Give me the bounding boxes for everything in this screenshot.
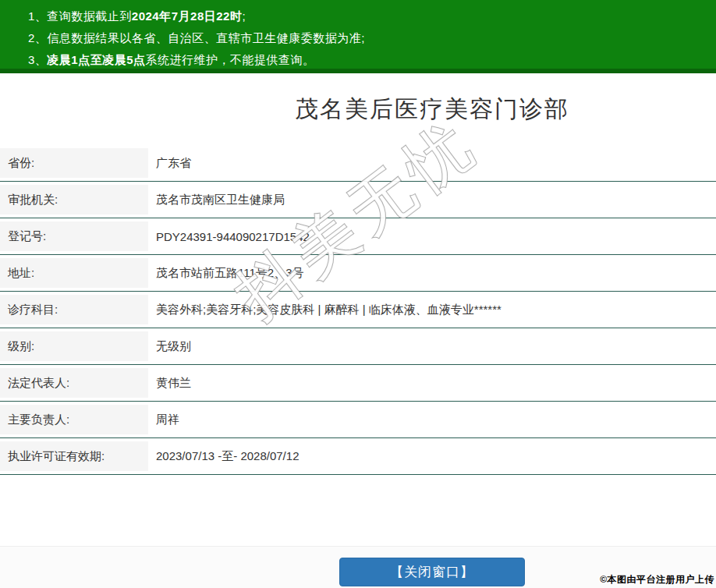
row-value: 茂名市站前五路111号2、3号 (148, 258, 716, 288)
content-spacer (0, 475, 716, 546)
row-label: 审批机关: (0, 185, 148, 214)
notice-text: ; (242, 9, 246, 23)
table-row-legal-representative: 法定代表人: 黄伟兰 (0, 365, 716, 402)
table-row-medical-subjects: 诊疗科目: 美容外科;美容牙科;美容皮肤科 | 麻醉科 | 临床体液、血液专业*… (0, 292, 716, 328)
row-value: 广东省 (148, 148, 716, 178)
notice-number: 3、 (28, 53, 47, 66)
row-value: 周祥 (148, 405, 716, 434)
institution-info-table: 省份: 广东省 审批机关: 茂名市茂南区卫生健康局 登记号: PDY24391-… (0, 145, 716, 475)
row-value: 茂名市茂南区卫生健康局 (148, 185, 716, 214)
table-row-address: 地址: 茂名市站前五路111号2、3号 (0, 255, 716, 292)
table-row-province: 省份: 广东省 (0, 145, 716, 182)
row-label: 地址: (0, 258, 148, 288)
notice-line-2: 2、信息数据结果以各省、自治区、直辖市卫生健康委数据为准; (28, 29, 700, 48)
title-section: 茂名美后医疗美容门诊部 (0, 73, 716, 145)
row-label: 诊疗科目: (0, 295, 148, 324)
row-label: 主要负责人: (0, 405, 148, 434)
notice-banner: 1、查询数据截止到2024年7月28日22时; 2、信息数据结果以各省、自治区、… (0, 0, 716, 69)
row-value: 无级别 (148, 331, 716, 361)
row-label: 登记号: (0, 221, 148, 251)
close-window-button[interactable]: 【关闭窗口】 (339, 558, 525, 586)
copyright-watermark: ©本图由平台注册用户上传 (600, 573, 714, 586)
table-row-approval-authority: 审批机关: 茂名市茂南区卫生健康局 (0, 182, 716, 218)
notice-number: 2、 (28, 31, 47, 44)
notice-line-3: 3、凌晨1点至凌晨5点系统进行维护，不能提供查询。 (28, 51, 700, 69)
notice-text: 信息数据结果以各省、自治区、直辖市卫生健康委数据为准; (47, 31, 365, 44)
row-value: 美容外科;美容牙科;美容皮肤科 | 麻醉科 | 临床体液、血液专业****** (148, 295, 716, 324)
page-title: 茂名美后医疗美容门诊部 (295, 94, 569, 126)
notice-text-bold: 凌晨1点至凌晨5点 (47, 53, 145, 66)
row-value: PDY24391-944090217D1542 (148, 221, 716, 251)
notice-number: 1、 (28, 9, 47, 23)
table-row-license-validity: 执业许可证有效期: 2023/07/13 -至- 2028/07/12 (0, 438, 716, 475)
notice-line-1: 1、查询数据截止到2024年7月28日22时; (28, 7, 700, 26)
notice-text: 查询数据截止到 (47, 9, 132, 23)
row-value: 黄伟兰 (148, 368, 716, 398)
row-label: 法定代表人: (0, 368, 148, 398)
table-row-level: 级别: 无级别 (0, 328, 716, 365)
row-value: 2023/07/13 -至- 2028/07/12 (148, 441, 716, 471)
row-label: 省份: (0, 148, 148, 178)
table-row-main-person-in-charge: 主要负责人: 周祥 (0, 402, 716, 438)
row-label: 执业许可证有效期: (0, 441, 148, 471)
row-label: 级别: (0, 331, 148, 361)
notice-text-bold: 2024年7月28日22时 (132, 9, 243, 23)
query-result-page: 1、查询数据截止到2024年7月28日22时; 2、信息数据结果以各省、自治区、… (0, 0, 716, 588)
table-row-registration-number: 登记号: PDY24391-944090217D1542 (0, 218, 716, 255)
notice-text: 系统进行维护，不能提供查询。 (146, 53, 315, 66)
